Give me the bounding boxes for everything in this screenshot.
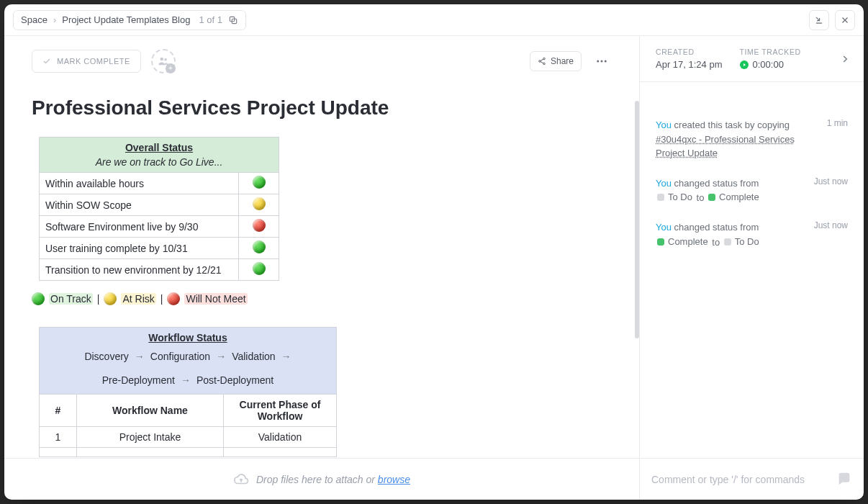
status-square-icon (708, 194, 715, 201)
ellipsis-icon (595, 55, 608, 68)
status-indicator (239, 194, 279, 216)
dot-green-icon (253, 240, 266, 253)
status-from: Complete (657, 235, 708, 249)
arrow-icon: → (281, 348, 291, 366)
drop-text: Drop files here to attach or (256, 474, 378, 485)
add-assignee-button[interactable]: + (151, 49, 176, 73)
status-legend: On Track | At Risk | Will Not Meet (32, 292, 612, 305)
dot-green-icon (253, 262, 266, 275)
browse-link[interactable]: browse (378, 474, 410, 485)
activity-item: You created this task by copying #30u4qx… (656, 118, 848, 161)
workflow-stages: Discovery→Configuration→Validation→Pre-D… (45, 348, 330, 390)
workflow-stage: Configuration (150, 348, 210, 366)
status-indicator (239, 238, 279, 259)
comment-placeholder: Comment or type '/' for commands (651, 474, 829, 485)
workflow-stage: Discovery (84, 348, 128, 366)
comment-box[interactable]: Comment or type '/' for commands (639, 459, 864, 500)
col-num: # (40, 395, 77, 427)
workflow-phase: Validation (224, 427, 337, 448)
activity-time: Just now (814, 220, 848, 249)
chevron-right-icon (840, 54, 850, 64)
scrollbar[interactable] (635, 101, 639, 338)
more-menu-button[interactable] (592, 51, 612, 71)
svg-point-7 (597, 60, 599, 63)
activity-feed: You created this task by copying #30u4qx… (640, 82, 864, 458)
activity-item: You changed status fromComplete to To Do… (656, 220, 848, 249)
task-modal: Space › Project Update Templates Blog 1 … (4, 4, 864, 500)
activity-actor: You (656, 222, 672, 233)
time-tracked-block: TIME TRACKED 0:00:00 (740, 48, 801, 70)
status-square-icon (657, 194, 664, 201)
time-tracked-label: TIME TRACKED (740, 48, 801, 56)
status-row: Within available hours (40, 173, 279, 194)
play-icon[interactable] (740, 60, 749, 69)
workflow-name: Project Intake (77, 427, 224, 448)
workflow-stage: Pre-Deployment (102, 372, 175, 390)
task-content: Professional Services Project Update Ove… (4, 86, 639, 458)
footer: Drop files here to attach or browse Comm… (4, 458, 864, 500)
legend-on-track: On Track (49, 293, 93, 305)
overall-status-title: Overall Status (125, 142, 193, 153)
arrow-icon: → (216, 348, 226, 366)
cloud-upload-icon (233, 472, 249, 487)
status-indicator (239, 216, 279, 238)
close-button[interactable] (835, 10, 855, 30)
status-to: To Do (724, 235, 759, 249)
activity-link[interactable]: #30u4qxc - Professional Services Project… (656, 134, 795, 159)
mark-complete-button[interactable]: MARK COMPLETE (32, 50, 141, 73)
workflow-num: 1 (40, 427, 77, 448)
svg-point-2 (160, 58, 163, 61)
workflow-stage: Validation (232, 348, 275, 366)
breadcrumb-root[interactable]: Space (21, 14, 48, 25)
status-square-icon (724, 238, 731, 246)
workflow-row: 1Project IntakeValidation (40, 427, 337, 448)
arrow-icon: → (135, 348, 145, 366)
status-square-icon (657, 238, 664, 246)
col-name: Workflow Name (77, 395, 224, 427)
activity-actor: You (656, 178, 672, 189)
status-label: User training complete by 10/31 (40, 238, 239, 259)
dot-yellow-icon (104, 292, 117, 305)
status-indicator (239, 173, 279, 194)
status-indicator (239, 259, 279, 281)
breadcrumb[interactable]: Space › Project Update Templates Blog 1 … (13, 10, 246, 30)
legend-will-not-meet: Will Not Meet (184, 293, 247, 305)
status-label: Within SOW Scope (40, 194, 239, 216)
status-row: Within SOW Scope (40, 194, 279, 216)
details-sidebar: CREATED Apr 17, 1:24 pm TIME TRACKED 0:0… (639, 36, 864, 458)
sidebar-expand-button[interactable] (836, 50, 854, 68)
sidebar-header: CREATED Apr 17, 1:24 pm TIME TRACKED 0:0… (640, 36, 864, 82)
task-title[interactable]: Professional Services Project Update (32, 96, 612, 120)
attachment-dropzone[interactable]: Drop files here to attach or browse (4, 459, 639, 500)
dot-yellow-icon (253, 197, 266, 210)
status-label: Software Environment live by 9/30 (40, 216, 239, 238)
share-icon (538, 57, 546, 66)
activity-actor: You (656, 120, 672, 130)
breadcrumb-count: 1 of 1 (199, 14, 222, 25)
status-from: To Do (657, 190, 692, 204)
dot-green-icon (32, 292, 45, 305)
overall-status-subtitle: Are we on track to Go Live... (45, 156, 273, 168)
breadcrumb-page[interactable]: Project Update Templates Blog (62, 14, 190, 25)
overall-status-table: Overall Status Are we on track to Go Liv… (39, 137, 279, 281)
copy-link-icon[interactable] (228, 15, 238, 25)
activity-time: 1 min (827, 118, 848, 161)
workflow-stage: Post-Deployment (196, 372, 273, 390)
time-tracked-value: 0:00:00 (753, 59, 784, 70)
workflow-table: Workflow Status Discovery→Configuration→… (39, 327, 337, 457)
minimize-button[interactable] (809, 10, 829, 30)
activity-item: You changed status fromTo Do to Complete… (656, 176, 848, 205)
chevron-right-icon: › (53, 14, 56, 25)
comment-icon (836, 472, 852, 487)
workflow-header: Workflow Status Discovery→Configuration→… (40, 328, 337, 395)
overall-status-header: Overall Status Are we on track to Go Liv… (40, 138, 279, 173)
status-row: Software Environment live by 9/30 (40, 216, 279, 238)
svg-point-9 (605, 60, 607, 63)
share-button[interactable]: Share (530, 51, 582, 71)
svg-point-3 (164, 58, 167, 61)
created-block: CREATED Apr 17, 1:24 pm (656, 48, 723, 70)
status-row: User training complete by 10/31 (40, 238, 279, 259)
dot-red-icon (253, 219, 266, 232)
main-pane: MARK COMPLETE + (4, 36, 639, 458)
workflow-empty-row (40, 448, 337, 457)
